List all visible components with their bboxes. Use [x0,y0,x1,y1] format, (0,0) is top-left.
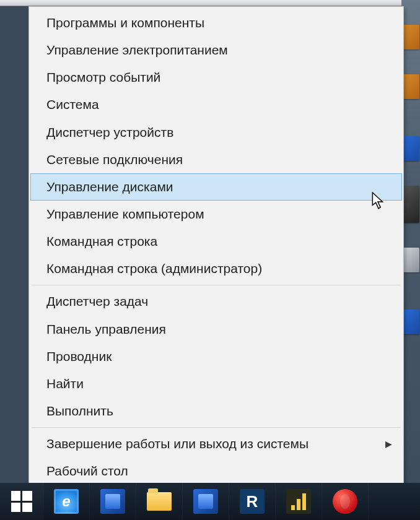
menu-separator [32,427,401,428]
submenu-arrow-icon: ▶ [385,439,392,449]
menu-item-run[interactable]: Выполнить [30,397,402,425]
menu-item-event-viewer[interactable]: Просмотр событий [30,64,402,91]
menu-item-shutdown-signout[interactable]: Завершение работы или выход из системы▶ [30,430,402,457]
menu-item-label: Система [46,97,99,111]
menu-item-label: Найти [46,376,84,391]
taskbar-button-r[interactable]: R [229,483,276,520]
desktop-icon [402,186,419,223]
taskbar-button-explorer[interactable] [136,483,183,520]
menu-item-label: Управление компьютером [46,207,204,221]
menu-item-power-options[interactable]: Управление электропитанием [30,37,402,64]
menu-item-control-panel[interactable]: Панель управления [30,316,402,343]
menu-item-label: Управление дисками [46,180,173,194]
desktop-icon [402,248,419,272]
menu-item-label: Рабочий стол [46,464,128,478]
window-title-bar [0,0,420,6]
menu-item-label: Сетевые подключения [46,152,183,167]
taskbar-button-app[interactable] [90,483,136,520]
menu-item-network-connections[interactable]: Сетевые подключения [30,146,402,173]
menu-item-search[interactable]: Найти [30,370,402,397]
letter-r-icon: R [240,489,265,514]
taskbar: R [0,483,420,520]
taskbar-button-opera[interactable] [322,483,369,520]
menu-separator [32,285,401,285]
opera-icon [333,489,357,514]
winx-context-menu: Программы и компонентыУправление электро… [28,6,404,488]
desktop-icon [402,74,419,99]
menu-item-computer-management[interactable]: Управление компьютером [30,201,402,228]
start-button[interactable] [0,483,43,520]
desktop-icon [402,136,419,161]
internet-explorer-icon [54,489,79,514]
menu-item-disk-management[interactable]: Управление дисками [30,173,402,201]
taskbar-button-ie[interactable] [43,483,90,520]
menu-item-label: Командная строка [46,234,157,248]
menu-item-label: Диспетчер задач [46,294,148,308]
desktop-background-strip [401,0,420,483]
menu-item-label: Панель управления [46,322,166,336]
menu-item-programs-and-features[interactable]: Программы и компоненты [30,9,402,37]
app-icon [193,489,218,514]
menu-item-label: Программы и компоненты [46,15,204,30]
folder-icon [147,492,172,511]
desktop-icon [402,25,419,50]
menu-item-label: Выполнить [46,404,113,418]
menu-item-label: Управление электропитанием [46,43,228,57]
menu-item-device-manager[interactable]: Диспетчер устройств [30,119,402,146]
menu-item-command-prompt[interactable]: Командная строка [30,228,402,255]
app-icon [100,489,125,514]
menu-item-label: Командная строка (администратор) [46,261,262,275]
menu-item-label: Завершение работы или выход из системы [46,436,308,451]
menu-item-label: Просмотр событий [46,70,160,84]
menu-item-label: Проводник [46,349,112,363]
taskbar-button-app[interactable] [183,483,229,520]
menu-item-command-prompt-admin[interactable]: Командная строка (администратор) [30,255,402,282]
menu-item-label: Диспетчер устройств [46,125,173,139]
menu-item-system[interactable]: Система [30,91,402,118]
menu-item-explorer[interactable]: Проводник [30,343,402,370]
menu-item-task-manager[interactable]: Диспетчер задач [30,288,402,315]
taskbar-button-equalizer[interactable] [276,483,322,520]
desktop-icon [402,310,419,334]
bars-icon [286,489,311,514]
windows-logo-icon [11,491,32,512]
menu-item-desktop[interactable]: Рабочий стол [30,457,402,485]
